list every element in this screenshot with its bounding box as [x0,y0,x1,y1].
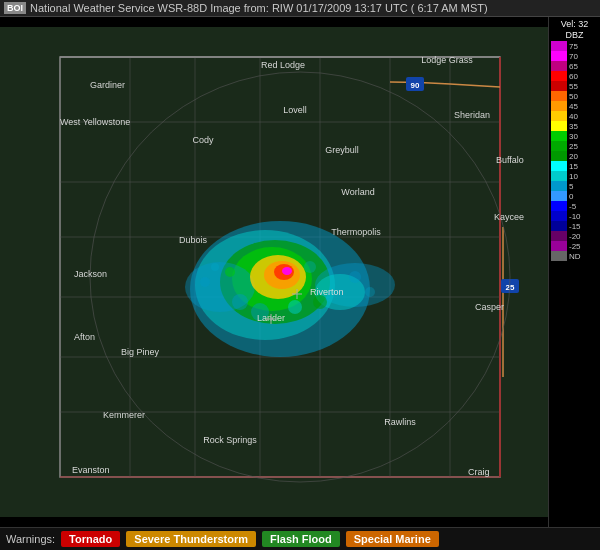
svg-point-35 [232,294,248,310]
legend-dbz-label: DBZ [551,30,598,40]
legend-row: 15 [551,161,598,171]
legend-value-label: 15 [569,162,578,171]
map-svg: 90 25 [0,17,548,527]
legend-value-label: ND [569,252,581,261]
svg-point-38 [313,295,327,309]
legend-row: 50 [551,91,598,101]
legend-color-box [551,101,567,111]
legend-row: 10 [551,171,598,181]
legend-row: 5 [551,181,598,191]
legend-row: 0 [551,191,598,201]
svg-point-34 [282,267,292,275]
legend-row: 75 [551,41,598,51]
legend-value-label: -10 [569,212,581,221]
header-logo: BOI [4,2,26,14]
legend-color-box [551,81,567,91]
radar-map: 90 25 [0,17,548,527]
legend-row: 45 [551,101,598,111]
legend-value-label: 50 [569,92,578,101]
svg-text:Kemmerer: Kemmerer [103,410,145,420]
legend-row: -25 [551,241,598,251]
legend-color-box [551,151,567,161]
svg-text:Afton: Afton [74,332,95,342]
legend-color-box [551,171,567,181]
legend-color-box [551,111,567,121]
svg-text:Buffalo: Buffalo [496,155,524,165]
svg-text:Thermopolis: Thermopolis [331,227,381,237]
legend-value-label: -20 [569,232,581,241]
legend-value-label: 20 [569,152,578,161]
svg-point-40 [288,300,302,314]
legend-color-box [551,121,567,131]
warning-special-marine[interactable]: Special Marine [346,531,439,547]
warning-severe-thunderstorm[interactable]: Severe Thunderstorm [126,531,256,547]
legend-row: 20 [551,151,598,161]
legend-value-label: 65 [569,62,578,71]
legend-row: 55 [551,81,598,91]
legend-value-label: 35 [569,122,578,131]
warning-tornado[interactable]: Tornado [61,531,120,547]
header-title: National Weather Service WSR-88D Image f… [30,2,488,14]
legend-value-label: -15 [569,222,581,231]
svg-text:Rawlins: Rawlins [384,417,416,427]
legend-vel: Vel: 32 [561,19,589,29]
legend-row: -20 [551,231,598,241]
legend-row: 70 [551,51,598,61]
main-content: 90 25 [0,17,600,527]
svg-point-36 [304,261,316,273]
legend-value-label: 30 [569,132,578,141]
svg-text:Rock Springs: Rock Springs [203,435,257,445]
legend-row: 35 [551,121,598,131]
warning-flash-flood[interactable]: Flash Flood [262,531,340,547]
legend-value-label: 10 [569,172,578,181]
legend-row: 25 [551,141,598,151]
legend-value-label: -5 [569,202,576,211]
svg-point-42 [211,263,219,271]
legend-color-box [551,181,567,191]
legend-row: 40 [551,111,598,121]
legend-color-box [551,131,567,141]
legend-color-box [551,211,567,221]
legend-value-label: 25 [569,142,578,151]
svg-text:Sheridan: Sheridan [454,110,490,120]
legend-color-box [551,191,567,201]
warnings-label: Warnings: [6,533,55,545]
legend: Vel: 32 DBZ 7570656055504540353025201510… [548,17,600,527]
legend-color-box [551,91,567,101]
legend-value-label: 75 [569,42,578,51]
legend-color-box [551,201,567,211]
header: BOI National Weather Service WSR-88D Ima… [0,0,600,17]
legend-value-label: 5 [569,182,573,191]
svg-text:Craig: Craig [468,467,490,477]
svg-text:Lodge Grass: Lodge Grass [421,55,473,65]
svg-point-41 [200,277,210,287]
legend-row: ND [551,251,598,261]
legend-color-box [551,41,567,51]
legend-color-box [551,251,567,261]
legend-color-box [551,161,567,171]
svg-text:Gardiner: Gardiner [90,80,125,90]
svg-text:Greybull: Greybull [325,145,359,155]
legend-color-box [551,141,567,151]
legend-value-label: 70 [569,52,578,61]
svg-text:Cody: Cody [192,135,214,145]
legend-color-box [551,61,567,71]
legend-value-label: 45 [569,102,578,111]
svg-text:Riverton: Riverton [310,287,344,297]
legend-row: 60 [551,71,598,81]
svg-point-43 [349,271,361,283]
legend-value-label: 0 [569,192,573,201]
legend-color-box [551,51,567,61]
svg-text:Big Piney: Big Piney [121,347,160,357]
legend-value-label: 40 [569,112,578,121]
svg-text:Lovell: Lovell [283,105,307,115]
svg-text:90: 90 [411,81,420,90]
svg-text:Kaycee: Kaycee [494,212,524,222]
legend-color-box [551,231,567,241]
svg-text:Red Lodge: Red Lodge [261,60,305,70]
legend-value-label: -25 [569,242,581,251]
legend-row: -10 [551,211,598,221]
legend-row: 65 [551,61,598,71]
footer: Warnings: Tornado Severe Thunderstorm Fl… [0,527,600,550]
legend-value-label: 60 [569,72,578,81]
